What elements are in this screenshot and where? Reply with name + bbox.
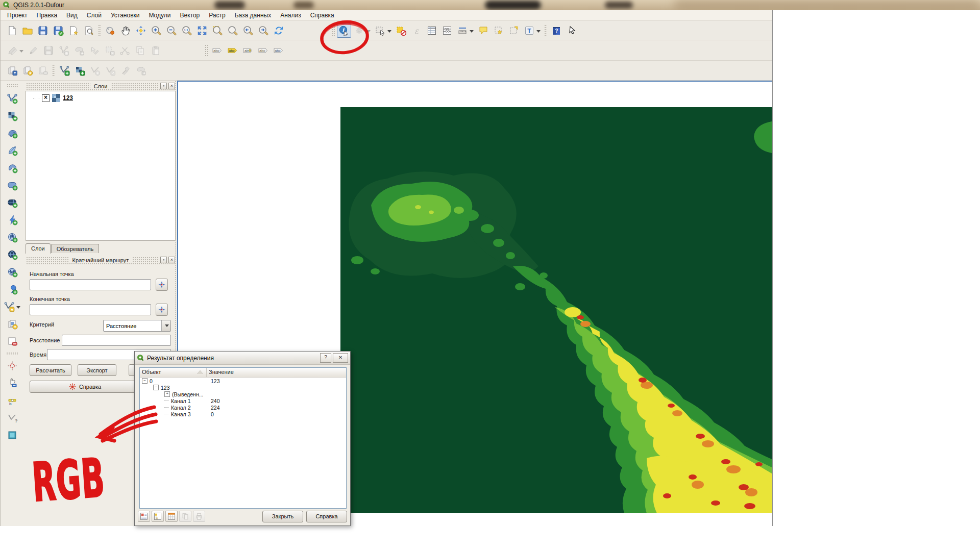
export-button[interactable]: Экспорт — [78, 364, 116, 376]
dock-tab-1[interactable]: Обозреватель — [51, 244, 100, 253]
chevron-down-icon[interactable] — [19, 50, 23, 53]
zoom-to-layer-button[interactable] — [226, 23, 240, 38]
text-annotation-button[interactable]: T — [522, 23, 536, 38]
map-crosshair-button[interactable] — [5, 359, 19, 373]
dialog-titlebar[interactable]: Результат определения ? ✕ — [135, 352, 350, 365]
new-print-composer-button[interactable] — [66, 23, 81, 38]
node-b-tool-button[interactable]: b — [5, 393, 19, 408]
dock-tab-0[interactable]: Слои — [26, 243, 51, 254]
save-layer-edits-button[interactable] — [41, 43, 56, 58]
layers-up-button[interactable] — [5, 63, 19, 78]
tree-row-0[interactable]: −0123 — [140, 378, 346, 384]
zoom-full-extent-button[interactable] — [195, 23, 209, 38]
whats-this-button[interactable] — [565, 23, 579, 38]
add-postgis-layer-button[interactable] — [5, 126, 19, 140]
start-point-pick-button[interactable] — [156, 279, 168, 291]
add-wms-service-button[interactable] — [5, 230, 19, 244]
menu-item-1[interactable]: Правка — [32, 11, 62, 20]
pan-map-button[interactable] — [118, 23, 133, 38]
tree-row-4[interactable]: Канал 2224 — [140, 404, 346, 411]
open-attribute-table-button[interactable] — [425, 23, 439, 38]
zoom-to-selection-button[interactable] — [210, 23, 225, 38]
add-spatialite-layer-button[interactable] — [5, 143, 19, 158]
toolbar-handle[interactable] — [52, 64, 55, 77]
route-panel-float-button[interactable]: ▫ — [160, 257, 167, 263]
label-highlight-button[interactable]: abc — [225, 43, 239, 58]
composer-manager-button[interactable] — [82, 23, 96, 38]
criterion-select[interactable]: Расстояние — [103, 320, 171, 332]
new-raster-feature-button[interactable] — [72, 63, 87, 78]
feature-star-button[interactable] — [88, 63, 102, 78]
move-feature-button[interactable] — [87, 43, 102, 58]
layer-tools-button[interactable] — [118, 63, 133, 78]
start-point-input[interactable] — [30, 279, 151, 290]
menu-item-2[interactable]: Вид — [62, 11, 82, 20]
column-header-object[interactable]: Объект — [140, 368, 207, 377]
select-by-expression-button[interactable]: ε — [409, 23, 424, 38]
map-tools-button[interactable] — [134, 63, 148, 78]
labeling-button[interactable]: abc — [210, 43, 224, 58]
menu-item-0[interactable]: Проект — [3, 11, 32, 20]
add-wcs-service-button[interactable] — [5, 247, 19, 262]
label-properties-button[interactable]: abc — [271, 43, 285, 58]
map-tips-button[interactable] — [476, 23, 491, 38]
measure-line-button[interactable] — [455, 23, 470, 38]
help-contents-button[interactable]: ? — [549, 23, 564, 38]
zoom-actual-size-button[interactable]: 1:1 — [180, 23, 194, 38]
route-help-button[interactable]: Справка — [30, 381, 140, 393]
chevron-down-icon[interactable] — [536, 30, 541, 33]
layers-panel-header[interactable]: Слои ▫ × — [26, 83, 175, 90]
layer-row[interactable]: × 123 — [33, 94, 175, 102]
table-view-button[interactable] — [165, 511, 178, 522]
grid-square-tool-button[interactable] — [5, 428, 19, 442]
toolbar-handle[interactable] — [98, 24, 101, 37]
field-calculator-button[interactable] — [440, 23, 454, 38]
zoom-next-button[interactable] — [256, 23, 271, 38]
form-view-button[interactable] — [138, 511, 150, 522]
add-wcs-layer-button[interactable] — [5, 195, 19, 210]
paste-features-button[interactable] — [149, 43, 163, 58]
collapse-icon[interactable]: − — [153, 385, 159, 390]
help-button[interactable]: Справка — [306, 511, 347, 522]
calculate-button[interactable]: Рассчитать — [30, 364, 71, 376]
add-oracle-layer-button[interactable] — [5, 161, 19, 175]
layers-panel-float-button[interactable]: ▫ — [160, 83, 167, 89]
collapse-icon[interactable]: − — [142, 378, 148, 384]
menu-item-3[interactable]: Слой — [82, 11, 106, 20]
tree-view-button[interactable] — [152, 511, 164, 522]
node-tool-button[interactable] — [103, 43, 117, 58]
toolbar-handle[interactable] — [205, 44, 208, 57]
new-vector-feature-button[interactable] — [57, 63, 71, 78]
toolbar-handle[interactable] — [7, 84, 18, 87]
save-project-as-button[interactable] — [51, 23, 65, 38]
column-header-value[interactable]: Значение — [207, 368, 236, 377]
zoom-out-button[interactable] — [164, 23, 179, 38]
add-raster-layer-button[interactable] — [5, 109, 19, 123]
print-results-button[interactable] — [193, 511, 205, 522]
vector-query-tool-button[interactable]: ? — [5, 411, 19, 425]
deselect-features-button[interactable] — [394, 23, 408, 38]
menu-item-9[interactable]: Анализ — [276, 11, 306, 20]
remove-layer-button[interactable] — [5, 334, 19, 348]
end-point-input[interactable] — [30, 304, 151, 315]
dialog-close-button[interactable]: ✕ — [333, 353, 348, 363]
menu-item-4[interactable]: Установки — [106, 11, 144, 20]
tree-row-5[interactable]: Канал 30 — [140, 411, 346, 417]
distance-input[interactable] — [62, 335, 171, 346]
label-pin-button[interactable]: ab — [240, 43, 255, 58]
run-feature-action-button[interactable] — [352, 23, 366, 38]
dialog-help-button[interactable]: ? — [320, 353, 331, 363]
tree-row-2[interactable]: +(Выведенн... — [140, 391, 346, 397]
embed-layers-button[interactable] — [5, 317, 19, 331]
layers-remove-button[interactable] — [36, 63, 50, 78]
chevron-down-icon[interactable] — [16, 306, 20, 309]
add-wfs-service-button[interactable] — [5, 265, 19, 279]
add-delimited-text-button[interactable] — [5, 282, 19, 296]
combo-drop-button[interactable] — [161, 320, 170, 331]
copy-results-button[interactable] — [179, 511, 191, 522]
menu-item-8[interactable]: База данных — [230, 11, 276, 20]
window-titlebar[interactable]: QGIS 2.0.1-Dufour — [0, 0, 980, 10]
add-wfs-layer-button[interactable] — [5, 213, 19, 227]
current-edits-button[interactable] — [5, 43, 19, 58]
end-point-pick-button[interactable] — [156, 304, 168, 316]
